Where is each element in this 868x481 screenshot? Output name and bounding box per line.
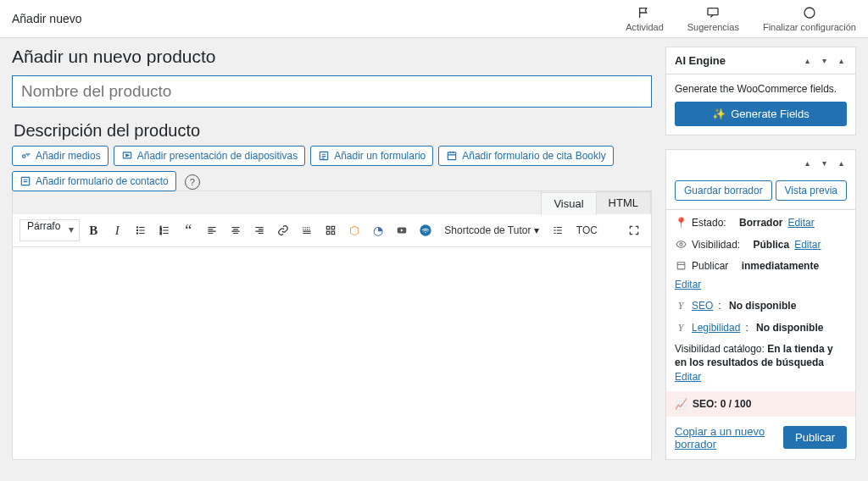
bold-button[interactable]: B [83, 220, 103, 240]
readability-link[interactable]: Legibilidad [692, 322, 740, 335]
tutor-shortcode-button[interactable]: Shortcode de Tutor ▾ [439, 220, 543, 240]
collapse-icon[interactable]: ▴ [835, 55, 847, 67]
seo-row: Y SEO: No disponible [675, 300, 847, 313]
publish-panel: ▴ ▾ ▴ Guardar borrador Vista previa 📍 Es… [665, 149, 856, 460]
toggle-toolbar-button[interactable] [320, 220, 341, 240]
status-row: 📍 Estado: Borrador Editar [675, 217, 847, 230]
chevron-down-icon[interactable]: ▾ [818, 157, 830, 169]
svg-rect-16 [332, 231, 336, 235]
collapse-icon[interactable]: ▴ [835, 157, 847, 169]
seo-link[interactable]: SEO [692, 300, 713, 313]
add-slideshow-label: Añadir presentación de diapositivas [137, 150, 298, 162]
add-bookly-label: Añadir formulario de cita Bookly [462, 150, 605, 162]
editor-tabs: Visual HTML [13, 191, 651, 214]
svg-point-1 [804, 8, 815, 18]
editor-toolbar: Párrafo B I 123 “ ⬡ ◔ Shortcode de Tutor… [13, 214, 651, 247]
edit-date-link[interactable]: Editar [675, 279, 701, 292]
eye-icon [675, 239, 687, 250]
ai-engine-panel: AI Engine ▴ ▾ ▴ Generate the WooCommerce… [665, 47, 856, 135]
help-icon[interactable]: ? [185, 174, 200, 190]
yoast-icon: Y [675, 300, 687, 313]
svg-point-2 [23, 155, 26, 158]
copy-to-draft-link[interactable]: Copiar a un nuevo borrador [675, 425, 776, 451]
chevron-up-icon[interactable]: ▴ [801, 55, 813, 67]
edit-catalog-link[interactable]: Editar [675, 371, 701, 383]
finish-setup-label: Finalizar configuración [763, 22, 856, 32]
svg-point-20 [679, 242, 682, 245]
chat-icon [705, 5, 721, 20]
media-buttons-row: Añadir medios Añadir presentación de dia… [12, 146, 652, 191]
chevron-up-icon[interactable]: ▴ [801, 157, 813, 169]
sidebar: AI Engine ▴ ▾ ▴ Generate the WooCommerce… [665, 47, 856, 473]
pie-icon[interactable]: ◔ [368, 220, 388, 240]
add-media-button[interactable]: Añadir medios [12, 146, 108, 166]
contact-form-icon [19, 175, 31, 187]
blockquote-button[interactable]: “ [178, 220, 198, 240]
edit-visibility-link[interactable]: Editar [794, 239, 821, 252]
insert-more-button[interactable] [297, 220, 317, 240]
ai-panel-desc: Generate the WooCommerce fields. [675, 83, 847, 95]
publish-date-row: Publicar inmediatamente Editar [675, 260, 847, 291]
add-media-label: Añadir medios [36, 150, 101, 162]
slideshow-icon [121, 150, 133, 162]
wand-icon: ✨ [712, 108, 726, 120]
svg-point-19 [426, 232, 426, 233]
suggestions-button[interactable]: Sugerencias [687, 5, 739, 32]
tab-visual[interactable]: Visual [541, 192, 596, 215]
chevron-down-icon[interactable]: ▾ [818, 55, 830, 67]
link-button[interactable] [273, 220, 293, 240]
format-select[interactable]: Párrafo [19, 219, 80, 241]
add-contact-form-label: Añadir formulario de contacto [36, 175, 169, 187]
bullet-list-button[interactable] [131, 220, 151, 240]
numbered-list-button[interactable]: 123 [154, 220, 175, 240]
readability-row: Y Legibilidad: No disponible [675, 322, 847, 335]
ai-panel-title: AI Engine [675, 54, 726, 67]
visibility-row: Visibilidad: Pública Editar [675, 239, 847, 252]
product-title-input[interactable] [12, 75, 652, 108]
publish-button[interactable]: Publicar [783, 426, 847, 449]
svg-rect-0 [708, 8, 718, 15]
description-heading: Descripción del producto [14, 121, 652, 141]
svg-point-8 [137, 229, 138, 230]
chart-icon: 📈 [675, 398, 687, 410]
align-right-button[interactable] [249, 220, 270, 240]
editor-content-area[interactable] [13, 247, 651, 459]
page-title: Añadir un nuevo producto [12, 47, 652, 67]
activity-button[interactable]: Actividad [626, 5, 664, 32]
hex-icon[interactable]: ⬡ [344, 220, 364, 240]
svg-rect-15 [327, 231, 331, 235]
align-center-button[interactable] [225, 220, 246, 240]
flag-icon [637, 5, 652, 20]
svg-rect-21 [677, 263, 685, 269]
page-context-title: Añadir nuevo [12, 12, 82, 25]
calendar-icon [446, 150, 458, 162]
editor: Visual HTML Párrafo B I 123 “ ⬡ ◔ [12, 191, 652, 460]
top-bar-actions: Actividad Sugerencias Finalizar configur… [626, 5, 856, 32]
svg-point-7 [137, 227, 138, 228]
save-draft-button[interactable]: Guardar borrador [675, 180, 772, 201]
fullscreen-button[interactable] [624, 220, 644, 240]
svg-point-9 [137, 233, 138, 234]
add-bookly-button[interactable]: Añadir formulario de cita Bookly [438, 146, 613, 166]
add-slideshow-button[interactable]: Añadir presentación de diapositivas [114, 146, 305, 166]
add-contact-form-button[interactable]: Añadir formulario de contacto [12, 171, 176, 191]
seo-score-bar: 📈 SEO: 0 / 100 [666, 391, 855, 417]
preview-button[interactable]: Vista previa [776, 180, 847, 201]
youtube-icon[interactable] [392, 220, 412, 240]
svg-rect-14 [332, 226, 336, 229]
add-form-button[interactable]: Añadir un formulario [310, 146, 433, 166]
toc-list-icon[interactable] [548, 220, 568, 240]
italic-button[interactable]: I [107, 220, 127, 240]
seo-score-text: SEO: 0 / 100 [693, 398, 751, 410]
edit-status-link[interactable]: Editar [787, 217, 814, 230]
svg-text:3: 3 [160, 232, 162, 235]
circle-icon [802, 5, 817, 20]
generate-fields-button[interactable]: ✨ Generate Fields [675, 102, 847, 126]
tab-html[interactable]: HTML [596, 191, 651, 214]
finish-setup-button[interactable]: Finalizar configuración [763, 5, 856, 32]
toc-button[interactable]: TOC [571, 220, 603, 240]
pin-icon: 📍 [675, 217, 687, 230]
align-left-button[interactable] [202, 220, 222, 240]
wifi-icon[interactable] [415, 220, 436, 240]
top-bar: Añadir nuevo Actividad Sugerencias Final… [0, 0, 868, 38]
